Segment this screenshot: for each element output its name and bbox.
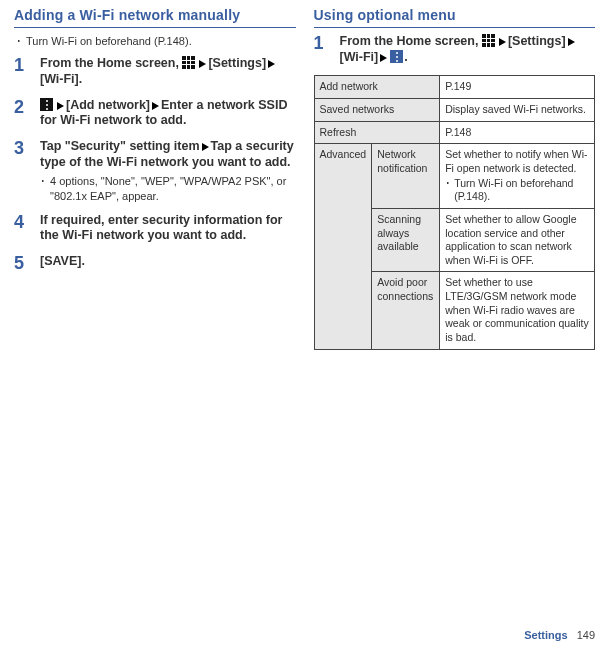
arrow-icon <box>57 102 64 110</box>
bullet-icon: ･ <box>445 177 454 204</box>
netnotif-bullet-text: Turn Wi-Fi on beforehand (P.148). <box>454 177 589 204</box>
apps-grid-icon <box>482 34 495 47</box>
step-instruction: Tap "Security" setting itemTap a securit… <box>40 139 296 170</box>
left-steps: 1From the Home screen, [Settings][Wi-Fi]… <box>14 56 296 273</box>
arrow-icon <box>202 143 209 151</box>
step-row: 2[Add network]Enter a network SSID for W… <box>14 98 296 129</box>
step-body: Tap "Security" setting itemTap a securit… <box>40 139 296 203</box>
row-netnotif-value: Set whether to notify when Wi-Fi open ne… <box>440 144 595 209</box>
arrow-icon <box>499 38 506 46</box>
step-body: From the Home screen, [Settings][Wi-Fi]. <box>340 34 596 65</box>
step-number: 2 <box>14 98 40 129</box>
page-footer: Settings 149 <box>524 628 595 642</box>
row-scan-value: Set whether to allow Google location ser… <box>440 208 595 272</box>
step-instruction: [Add network]Enter a network SSID for Wi… <box>40 98 296 129</box>
row-add-network-label: Add network <box>314 76 440 99</box>
step-body: If required, enter security information … <box>40 213 296 244</box>
step-instruction: From the Home screen, [Settings][Wi-Fi]. <box>40 56 296 87</box>
row-refresh-label: Refresh <box>314 121 440 144</box>
bullet-icon: ･ <box>40 174 50 203</box>
step-row: 3Tap "Security" setting itemTap a securi… <box>14 139 296 203</box>
row-refresh-value: P.148 <box>440 121 595 144</box>
step-note: ･4 options, "None", "WEP", "WPA/WPA2 PSK… <box>40 174 296 203</box>
arrow-icon <box>568 38 575 46</box>
step-body: [SAVE]. <box>40 254 296 274</box>
step-row: 1From the Home screen, [Settings][Wi-Fi]… <box>14 56 296 87</box>
arrow-icon <box>380 54 387 62</box>
step-body: [Add network]Enter a network SSID for Wi… <box>40 98 296 129</box>
arrow-icon <box>268 60 275 68</box>
row-saved-networks-value: Display saved Wi-Fi networks. <box>440 99 595 122</box>
footer-section: Settings <box>524 629 567 641</box>
netnotif-text: Set whether to notify when Wi-Fi open ne… <box>445 148 587 174</box>
step-body: From the Home screen, [Settings][Wi-Fi]. <box>40 56 296 87</box>
row-avoid-value: Set whether to use LTE/3G/GSM network mo… <box>440 272 595 349</box>
more-vertical-blue-icon <box>390 50 403 63</box>
step-note-text: 4 options, "None", "WEP", "WPA/WPA2 PSK"… <box>50 174 296 203</box>
optional-menu-table: Add network P.149 Saved networks Display… <box>314 75 596 349</box>
row-add-network-value: P.149 <box>440 76 595 99</box>
left-column: Adding a Wi-Fi network manually ･ Turn W… <box>14 6 296 638</box>
intro-text: Turn Wi-Fi on beforehand (P.148). <box>26 34 192 48</box>
row-advanced-label: Advanced <box>314 144 372 349</box>
step-row: 4If required, enter security information… <box>14 213 296 244</box>
step-number: 3 <box>14 139 40 203</box>
step-number: 1 <box>314 34 340 65</box>
row-avoid-label: Avoid poor connections <box>372 272 440 349</box>
netnotif-bullet-row: ･ Turn Wi-Fi on beforehand (P.148). <box>445 177 589 204</box>
apps-grid-icon <box>182 56 195 69</box>
left-section-title: Adding a Wi-Fi network manually <box>14 6 296 28</box>
row-saved-networks-label: Saved networks <box>314 99 440 122</box>
step-number: 1 <box>14 56 40 87</box>
right-section-title: Using optional menu <box>314 6 596 28</box>
arrow-icon <box>152 102 159 110</box>
right-steps: 1From the Home screen, [Settings][Wi-Fi]… <box>314 34 596 65</box>
step-number: 4 <box>14 213 40 244</box>
step-instruction: [SAVE]. <box>40 254 296 270</box>
row-scan-label: Scanning always available <box>372 208 440 272</box>
right-column: Using optional menu 1From the Home scree… <box>314 6 596 638</box>
row-netnotif-label: Network notification <box>372 144 440 209</box>
footer-page-number: 149 <box>577 629 595 641</box>
step-number: 5 <box>14 254 40 274</box>
step-row: 5[SAVE]. <box>14 254 296 274</box>
intro-note: ･ Turn Wi-Fi on beforehand (P.148). <box>16 34 296 48</box>
step-row: 1From the Home screen, [Settings][Wi-Fi]… <box>314 34 596 65</box>
arrow-icon <box>199 60 206 68</box>
bullet-icon: ･ <box>16 34 26 48</box>
more-vertical-icon <box>40 98 53 111</box>
step-instruction: From the Home screen, [Settings][Wi-Fi]. <box>340 34 596 65</box>
step-instruction: If required, enter security information … <box>40 213 296 244</box>
